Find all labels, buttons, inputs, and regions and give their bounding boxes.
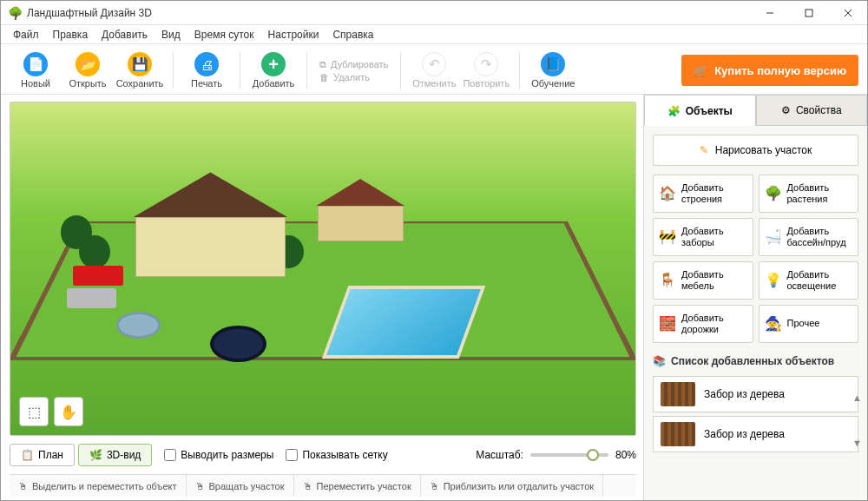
menu-settings[interactable]: Настройки <box>261 26 326 43</box>
scale-value: 80% <box>615 449 636 461</box>
draw-plot-button[interactable]: ✎Нарисовать участок <box>653 135 858 166</box>
objects-list-header: 📚 Список добавленных объектов <box>653 355 858 367</box>
new-button[interactable]: 📄Новый <box>10 47 62 94</box>
scale-label: Масштаб: <box>476 449 523 461</box>
pencil-icon: ✎ <box>700 144 708 156</box>
duplicate-button[interactable]: ⧉ Дублировать <box>319 59 388 70</box>
category-button-0[interactable]: 🏠Добавить строения <box>653 175 753 213</box>
add-button[interactable]: +Добавить <box>247 47 299 94</box>
save-button[interactable]: 💾Сохранить <box>114 47 166 94</box>
delete-button[interactable]: 🗑 Удалить <box>319 72 388 82</box>
dims-checkbox[interactable]: Выводить размеры <box>164 449 273 461</box>
category-icon: 🏠 <box>659 185 676 201</box>
category-icon: 🧱 <box>659 315 676 332</box>
undo-button[interactable]: ↶Отменить <box>408 47 460 94</box>
window-title: Ландшафтный Дизайн 3D <box>27 7 750 19</box>
cart-icon: 🛒 <box>694 64 707 77</box>
status-select[interactable]: 🖱 Выделить и переместить объект <box>10 475 187 497</box>
object-thumbnail <box>661 422 695 446</box>
3d-tab[interactable]: 🌿 3D-вид <box>78 444 152 466</box>
category-icon: 💡 <box>765 272 782 288</box>
category-button-5[interactable]: 💡Добавить освещение <box>759 261 859 300</box>
scroll-up-icon[interactable]: ▲ <box>852 392 862 403</box>
status-zoom[interactable]: 🖱 Приблизить или отдалить участок <box>421 475 603 497</box>
app-icon: 🌳 <box>8 6 22 20</box>
open-button[interactable]: 📂Открыть <box>62 47 114 94</box>
redo-button[interactable]: ↷Повторить <box>460 47 512 94</box>
object-list-item[interactable]: Забор из дерева <box>653 376 858 412</box>
statusbar: 🖱 Выделить и переместить объект 🖱 Вращат… <box>10 474 636 497</box>
maximize-button[interactable] <box>789 1 828 25</box>
category-icon: 🧙 <box>765 315 782 332</box>
category-button-7[interactable]: 🧙Прочее <box>759 305 859 343</box>
category-icon: 🌳 <box>765 185 782 201</box>
category-button-3[interactable]: 🛁Добавить бассейн/пруд <box>759 218 859 256</box>
object-thumbnail <box>661 382 695 406</box>
menubar: Файл Правка Добавить Вид Время суток Нас… <box>1 25 867 44</box>
learn-button[interactable]: 📘Обучение <box>527 47 579 94</box>
minimize-button[interactable] <box>750 1 789 25</box>
category-icon: 🛁 <box>765 228 782 245</box>
orbit-tool[interactable]: ⬚ <box>19 397 49 426</box>
svg-rect-1 <box>806 10 812 16</box>
print-button[interactable]: 🖨Печать <box>181 47 233 94</box>
tab-objects[interactable]: 🧩 Объекты <box>644 95 756 126</box>
scroll-down-icon[interactable]: ▼ <box>852 438 862 448</box>
category-icon: 🪑 <box>659 272 676 288</box>
menu-file[interactable]: Файл <box>6 26 46 43</box>
grid-checkbox[interactable]: Показывать сетку <box>286 449 387 461</box>
scale-slider[interactable] <box>530 453 608 457</box>
toolbar: 📄Новый 📂Открыть 💾Сохранить 🖨Печать +Доба… <box>1 44 867 95</box>
close-button[interactable] <box>828 1 867 25</box>
3d-viewport[interactable]: ⬚ ✋ <box>10 102 636 436</box>
menu-view[interactable]: Вид <box>155 26 187 43</box>
category-icon: 🚧 <box>659 228 676 245</box>
object-list-item[interactable]: Забор из дерева <box>653 416 858 452</box>
menu-time[interactable]: Время суток <box>187 26 261 43</box>
sidebar: 🧩 Объекты ⚙ Свойства ✎Нарисовать участок… <box>643 95 867 500</box>
buy-button[interactable]: 🛒Купить полную версию <box>681 55 858 86</box>
pan-tool[interactable]: ✋ <box>54 397 83 426</box>
status-rotate[interactable]: 🖱 Вращать участок <box>187 475 294 497</box>
menu-edit[interactable]: Правка <box>46 26 95 43</box>
category-button-2[interactable]: 🚧Добавить заборы <box>653 218 753 256</box>
tab-properties[interactable]: ⚙ Свойства <box>756 95 868 126</box>
category-button-4[interactable]: 🪑Добавить мебель <box>653 261 753 300</box>
plan-tab[interactable]: 📋 План <box>10 444 75 466</box>
menu-help[interactable]: Справка <box>326 26 380 43</box>
menu-add[interactable]: Добавить <box>95 26 155 43</box>
category-button-6[interactable]: 🧱Добавить дорожки <box>653 305 753 343</box>
status-move[interactable]: 🖱 Переместить участок <box>294 475 421 497</box>
titlebar: 🌳 Ландшафтный Дизайн 3D <box>1 1 867 25</box>
category-button-1[interactable]: 🌳Добавить растения <box>759 175 859 213</box>
